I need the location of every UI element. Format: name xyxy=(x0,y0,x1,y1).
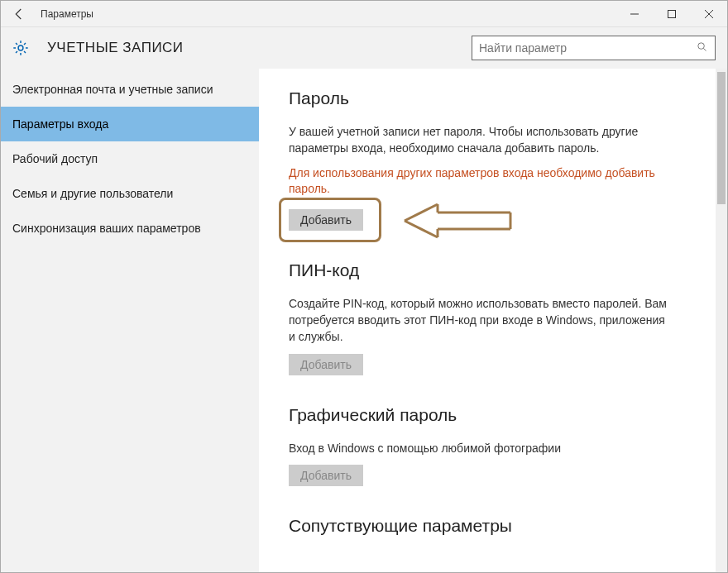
svg-point-4 xyxy=(18,45,23,50)
sidebar-item-email-accounts[interactable]: Электронная почта и учетные записи xyxy=(1,72,259,107)
sidebar-item-work-access[interactable]: Рабочий доступ xyxy=(1,141,259,176)
svg-line-6 xyxy=(703,48,706,50)
section-title: Графический пароль xyxy=(289,405,704,425)
close-button[interactable] xyxy=(690,1,727,27)
section-title: Пароль xyxy=(289,88,704,108)
window-title: Параметры xyxy=(41,8,93,20)
svg-rect-1 xyxy=(668,10,675,17)
sidebar-item-sync[interactable]: Синхронизация ваших параметров xyxy=(1,211,259,246)
content: Пароль У вашей учетной записи нет пароля… xyxy=(259,69,727,573)
section-password: Пароль У вашей учетной записи нет пароля… xyxy=(289,88,704,231)
maximize-button[interactable] xyxy=(653,1,690,27)
scrollbar[interactable] xyxy=(716,69,727,573)
minimize-button[interactable] xyxy=(615,1,653,27)
sidebar-item-family[interactable]: Семья и другие пользователи xyxy=(1,176,259,211)
section-desc: У вашей учетной записи нет пароля. Чтобы… xyxy=(289,123,669,157)
gear-icon xyxy=(11,38,31,58)
annotation-arrow-icon xyxy=(396,201,512,244)
search-box[interactable] xyxy=(472,36,716,60)
section-title: Сопутствующие параметры xyxy=(289,516,704,536)
search-input[interactable] xyxy=(479,41,696,55)
svg-line-13 xyxy=(405,221,438,237)
section-picture-password: Графический пароль Вход в Windows с помо… xyxy=(289,405,704,486)
section-warning: Для использования других параметров вход… xyxy=(289,165,669,198)
section-title: ПИН-код xyxy=(289,260,704,280)
titlebar: Параметры xyxy=(1,1,727,27)
svg-point-5 xyxy=(698,42,705,49)
section-pin: ПИН-код Создайте PIN-код, который можно … xyxy=(289,260,704,375)
section-desc: Создайте PIN-код, который можно использо… xyxy=(289,295,669,346)
section-related: Сопутствующие параметры xyxy=(289,516,704,536)
sidebar-item-signin-options[interactable]: Параметры входа xyxy=(1,107,259,141)
add-picture-password-button[interactable]: Добавить xyxy=(289,465,363,486)
add-pin-button[interactable]: Добавить xyxy=(289,354,363,375)
svg-line-12 xyxy=(405,204,438,221)
section-desc: Вход в Windows с помощью любимой фотогра… xyxy=(289,440,669,456)
add-password-button[interactable]: Добавить xyxy=(289,209,363,231)
sidebar-item-label: Электронная почта и учетные записи xyxy=(12,83,213,96)
category-title: УЧЕТНЫЕ ЗАПИСИ xyxy=(47,40,184,56)
sidebar-item-label: Синхронизация ваших параметров xyxy=(12,222,201,235)
sidebar-item-label: Рабочий доступ xyxy=(12,152,98,165)
sidebar: Электронная почта и учетные записи Парам… xyxy=(1,69,259,573)
sidebar-item-label: Параметры входа xyxy=(12,117,108,131)
search-icon xyxy=(696,41,708,56)
header: УЧЕТНЫЕ ЗАПИСИ xyxy=(1,27,727,69)
back-button[interactable] xyxy=(7,2,31,26)
scrollbar-thumb[interactable] xyxy=(717,72,726,204)
sidebar-item-label: Семья и другие пользователи xyxy=(12,187,173,200)
